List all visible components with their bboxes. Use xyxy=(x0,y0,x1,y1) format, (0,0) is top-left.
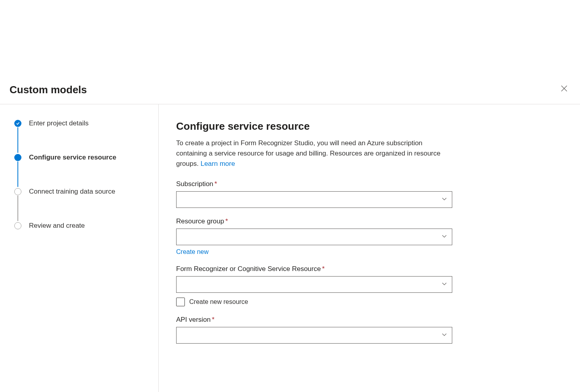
chevron-down-icon xyxy=(442,233,447,240)
step-connect-training-data[interactable]: Connect training data source xyxy=(14,187,149,196)
step-wrapper: Connect training data source xyxy=(14,187,149,221)
step-enter-project-details[interactable]: Enter project details xyxy=(14,119,149,128)
chevron-down-icon xyxy=(442,281,447,288)
chevron-down-icon xyxy=(442,332,447,339)
service-resource-dropdown[interactable] xyxy=(176,276,452,293)
api-version-dropdown[interactable] xyxy=(176,327,452,344)
step-connector xyxy=(17,127,18,153)
step-configure-service-resource[interactable]: Configure service resource xyxy=(14,153,149,162)
step-label: Enter project details xyxy=(29,119,88,128)
required-indicator: * xyxy=(215,180,217,188)
section-title: Configure service resource xyxy=(176,120,563,133)
step-label: Connect training data source xyxy=(29,187,115,196)
step-review-and-create[interactable]: Review and create xyxy=(14,221,149,231)
header-inner: Custom models xyxy=(10,82,570,104)
create-new-row: Create new xyxy=(176,248,452,256)
label-text: Form Recognizer or Cognitive Service Res… xyxy=(176,265,321,273)
subscription-field-group: Subscription* xyxy=(176,180,452,208)
pending-step-icon xyxy=(14,188,21,195)
resource-group-dropdown[interactable] xyxy=(176,229,452,245)
close-button[interactable] xyxy=(558,82,570,96)
check-icon xyxy=(14,120,21,127)
api-version-field-group: API version* xyxy=(176,316,452,344)
step-wrapper: Review and create xyxy=(14,221,149,231)
resource-group-field-group: Resource group* Create new xyxy=(176,217,452,256)
step-label: Configure service resource xyxy=(29,153,116,162)
label-text: Resource group xyxy=(176,217,224,225)
service-resource-field-group: Form Recognizer or Cognitive Service Res… xyxy=(176,265,452,306)
step-wrapper: Enter project details xyxy=(14,119,149,153)
content: Enter project details Configure service … xyxy=(0,104,580,392)
create-new-resource-checkbox[interactable] xyxy=(176,298,185,306)
create-new-resource-row: Create new resource xyxy=(176,298,452,306)
required-indicator: * xyxy=(225,217,228,225)
active-step-icon xyxy=(14,154,21,161)
section-description: To create a project in Form Recognizer S… xyxy=(176,138,454,169)
chevron-down-icon xyxy=(442,196,447,203)
main-panel: Configure service resource To create a p… xyxy=(159,104,580,392)
wizard-steps-sidebar: Enter project details Configure service … xyxy=(0,104,159,392)
step-connector xyxy=(17,161,18,187)
pending-step-icon xyxy=(14,222,21,229)
step-connector xyxy=(17,196,18,221)
api-version-label: API version* xyxy=(176,316,452,324)
create-new-resource-group-link[interactable]: Create new xyxy=(176,248,209,255)
step-label: Review and create xyxy=(29,221,85,231)
service-resource-label: Form Recognizer or Cognitive Service Res… xyxy=(176,265,452,273)
subscription-dropdown[interactable] xyxy=(176,191,452,208)
label-text: Subscription xyxy=(176,180,213,188)
required-indicator: * xyxy=(212,316,215,323)
resource-group-label: Resource group* xyxy=(176,217,452,225)
dialog-header: Custom models xyxy=(0,0,580,104)
label-text: API version xyxy=(176,316,211,323)
create-new-resource-label[interactable]: Create new resource xyxy=(189,298,248,306)
page-title: Custom models xyxy=(10,84,87,96)
step-wrapper: Configure service resource xyxy=(14,153,149,187)
learn-more-link[interactable]: Learn more xyxy=(200,160,235,167)
required-indicator: * xyxy=(322,265,325,273)
close-icon xyxy=(561,87,567,93)
subscription-label: Subscription* xyxy=(176,180,452,188)
